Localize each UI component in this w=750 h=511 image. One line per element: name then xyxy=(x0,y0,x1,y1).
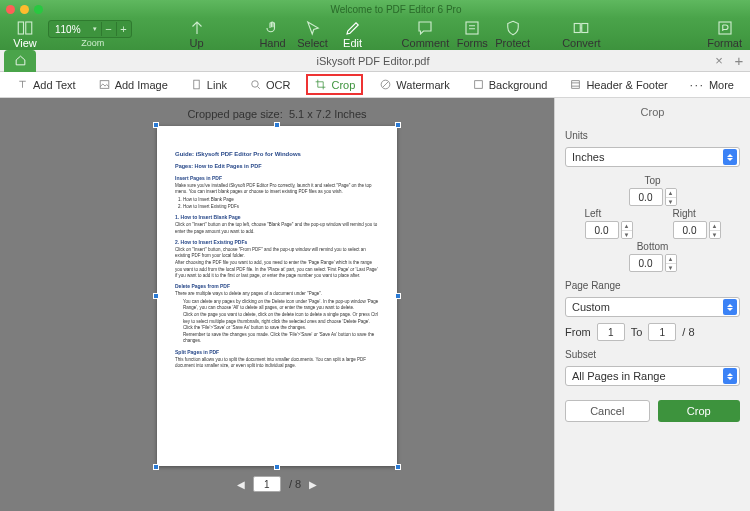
crop-button[interactable]: Crop xyxy=(306,74,363,95)
view-button[interactable]: View xyxy=(8,19,42,49)
home-tab[interactable] xyxy=(4,50,36,72)
crop-handle[interactable] xyxy=(153,293,159,299)
window-maximize[interactable] xyxy=(34,5,43,14)
svg-point-8 xyxy=(252,81,259,88)
svg-rect-6 xyxy=(100,81,109,89)
main-toolbar: View 110% ▾ − + Zoom Up Hand Select Edit… xyxy=(0,18,750,50)
cancel-button[interactable]: Cancel xyxy=(565,400,650,422)
edit-button[interactable]: Edit xyxy=(336,19,370,49)
up-button[interactable]: Up xyxy=(180,19,214,49)
panel-title: Crop xyxy=(565,106,740,118)
canvas-area: Cropped page size: 5.1 x 7.2 Inches Guid… xyxy=(0,98,554,511)
subset-label: Subset xyxy=(565,349,740,360)
file-tab-bar: iSkysoft PDF Editor.pdf × + xyxy=(0,50,750,72)
pagerange-label: Page Range xyxy=(565,280,740,291)
crop-handle[interactable] xyxy=(395,122,401,128)
crop-handle[interactable] xyxy=(395,464,401,470)
units-select[interactable]: Inches xyxy=(565,147,740,167)
close-tab-icon[interactable]: × xyxy=(710,53,728,68)
select-arrows-icon xyxy=(723,299,737,315)
page-total: / 8 xyxy=(289,478,301,490)
crop-handle[interactable] xyxy=(153,464,159,470)
units-label: Units xyxy=(565,130,740,141)
svg-rect-2 xyxy=(466,22,478,34)
zoom-control[interactable]: 110% ▾ − + xyxy=(48,20,132,38)
hand-button[interactable]: Hand xyxy=(256,19,290,49)
more-button[interactable]: ···More xyxy=(684,76,740,94)
edit-toolbar: Add Text Add Image Link OCR Crop Waterma… xyxy=(0,72,750,98)
app-title: Welcome to PDF Editor 6 Pro xyxy=(48,4,744,15)
zoom-out[interactable]: − xyxy=(102,23,116,35)
window-close[interactable] xyxy=(6,5,15,14)
window-minimize[interactable] xyxy=(20,5,29,14)
to-page-input[interactable] xyxy=(648,323,676,341)
svg-rect-7 xyxy=(194,80,199,89)
header-footer-button[interactable]: Header & Footer xyxy=(563,75,673,94)
margin-bottom-input[interactable] xyxy=(629,254,663,272)
svg-rect-3 xyxy=(575,24,581,33)
crop-handle[interactable] xyxy=(153,122,159,128)
svg-rect-11 xyxy=(572,81,580,89)
crop-apply-button[interactable]: Crop xyxy=(658,400,741,422)
page-number-input[interactable] xyxy=(253,476,281,492)
svg-rect-0 xyxy=(18,22,23,34)
crop-handle[interactable] xyxy=(395,293,401,299)
svg-rect-5 xyxy=(719,22,731,34)
convert-button[interactable]: Convert xyxy=(562,19,601,49)
pager: ◀ / 8 ▶ xyxy=(237,476,317,492)
select-arrows-icon xyxy=(723,368,737,384)
svg-rect-10 xyxy=(474,81,482,89)
titlebar: Welcome to PDF Editor 6 Pro xyxy=(0,0,750,18)
stepper[interactable]: ▲▼ xyxy=(665,188,677,206)
margin-right-input[interactable] xyxy=(673,221,707,239)
zoom-in[interactable]: + xyxy=(117,23,131,35)
add-text-button[interactable]: Add Text xyxy=(10,75,82,94)
document-content: Guide: iSkysoft PDF Editor Pro for Windo… xyxy=(175,144,379,448)
file-tab[interactable]: iSkysoft PDF Editor.pdf xyxy=(36,55,710,67)
next-page-button[interactable]: ▶ xyxy=(309,479,317,490)
subset-select[interactable]: All Pages in Range xyxy=(565,366,740,386)
link-button[interactable]: Link xyxy=(184,75,233,94)
pagerange-select[interactable]: Custom xyxy=(565,297,740,317)
from-page-input[interactable] xyxy=(597,323,625,341)
format-button[interactable]: Format xyxy=(707,19,742,49)
margin-left-input[interactable] xyxy=(585,221,619,239)
crop-readout: Cropped page size: 5.1 x 7.2 Inches xyxy=(187,108,366,120)
zoom-value: 110% xyxy=(49,24,87,35)
background-button[interactable]: Background xyxy=(466,75,554,94)
comment-button[interactable]: Comment xyxy=(402,19,450,49)
select-arrows-icon xyxy=(723,149,737,165)
prev-page-button[interactable]: ◀ xyxy=(237,479,245,490)
ocr-button[interactable]: OCR xyxy=(243,75,296,94)
stepper[interactable]: ▲▼ xyxy=(709,221,721,239)
select-button[interactable]: Select xyxy=(296,19,330,49)
crop-panel: Crop Units Inches Top ▲▼ Left ▲▼ Right ▲… xyxy=(554,98,750,511)
stepper[interactable]: ▲▼ xyxy=(621,221,633,239)
crop-handle[interactable] xyxy=(274,122,280,128)
add-image-button[interactable]: Add Image xyxy=(92,75,174,94)
new-tab-icon[interactable]: + xyxy=(728,52,750,69)
svg-rect-1 xyxy=(26,22,32,34)
watermark-button[interactable]: Watermark xyxy=(373,75,455,94)
svg-rect-4 xyxy=(582,24,588,33)
stepper[interactable]: ▲▼ xyxy=(665,254,677,272)
pdf-page[interactable]: Guide: iSkysoft PDF Editor Pro for Windo… xyxy=(157,126,397,466)
crop-handle[interactable] xyxy=(274,464,280,470)
forms-button[interactable]: Forms xyxy=(455,19,489,49)
protect-button[interactable]: Protect xyxy=(495,19,530,49)
margin-top-input[interactable] xyxy=(629,188,663,206)
